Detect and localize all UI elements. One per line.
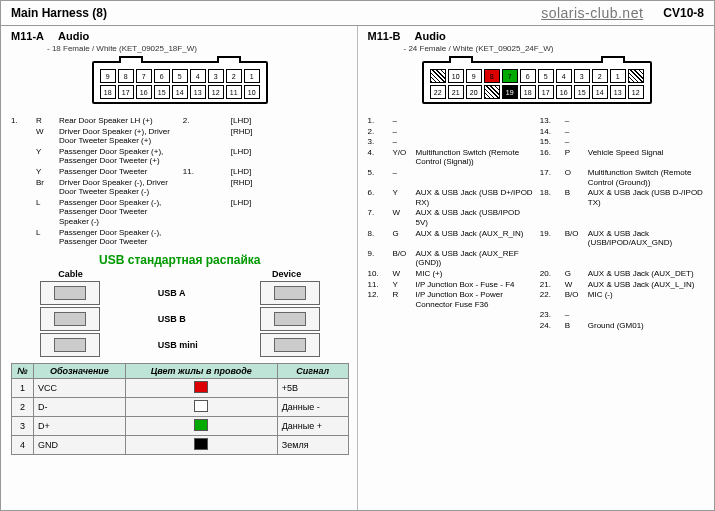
usb-col-device: Device: [272, 269, 301, 279]
connector-pin: 18: [520, 85, 536, 99]
usb-type-label: USB A: [158, 288, 202, 298]
usb-type-row: USB mini: [11, 333, 349, 357]
connector-pin: 15: [574, 85, 590, 99]
connector-pin: 2: [592, 69, 608, 83]
pin-list-left: 1.RRear Door Speaker LH (+)2.[LHD]WDrive…: [11, 116, 349, 247]
connector-pin: 8: [484, 69, 500, 83]
connector-pin: 9: [100, 69, 116, 83]
pin-entry: [368, 321, 534, 331]
usb-cable-icon: [40, 307, 100, 331]
usb-device-icon: [260, 307, 320, 331]
pin-entry: 17.OMultifunction Switch (Remote Control…: [540, 168, 706, 187]
pin-entry: WDriver Door Speaker (+), Driver Door Tw…: [11, 127, 177, 146]
usb-connector-table: Cable Device USB AUSB BUSB mini: [11, 269, 349, 359]
connector-pin: 10: [244, 85, 260, 99]
connector-diagram-right: 109876543212221201918171615141312: [368, 61, 707, 104]
connector-pin: 14: [592, 85, 608, 99]
connector-pin: 6: [154, 69, 170, 83]
pin-entry: [LHD]: [183, 198, 349, 227]
usb-pin-row: 2D-Данные -: [12, 397, 349, 416]
usb-type-row: USB B: [11, 307, 349, 331]
pin-entry: [540, 208, 706, 227]
connector-pin: 3: [574, 69, 590, 83]
usb-th-sig: Сигнал: [277, 363, 348, 378]
pin-entry: 6.YAUX & USB Jack (USB D+/IPOD RX): [368, 188, 534, 207]
pin-entry: 2.–: [368, 127, 534, 137]
pin-entry: LPassenger Door Speaker (-), Passenger D…: [11, 228, 177, 247]
usb-th-n: №: [12, 363, 34, 378]
header-site: solaris-club.net: [541, 5, 643, 21]
usb-th-name: Обозначение: [33, 363, 125, 378]
pin-entry: 10.WMIC (+): [368, 269, 534, 279]
connector-pin: 22: [430, 85, 446, 99]
header-title: Main Harness (8): [11, 6, 107, 20]
connector-pin: 16: [136, 85, 152, 99]
connector-pin: 3: [208, 69, 224, 83]
connector-subtitle: - 18 Female / White (KET_09025_18F_W): [47, 44, 349, 53]
pin-entry: 4.Y/OMultifunction Switch (Remote Contro…: [368, 148, 534, 167]
connector-pin: 21: [448, 85, 464, 99]
pin-entry: 5.–: [368, 168, 534, 187]
connector-pin: 1: [244, 69, 260, 83]
connector-pin: 9: [466, 69, 482, 83]
pin-entry: 23.–: [540, 310, 706, 320]
connector-pin: 12: [628, 85, 644, 99]
pin-entry: [RHD]: [183, 178, 349, 197]
usb-pin-row: 3D+Данные +: [12, 416, 349, 435]
pin-entry: [540, 249, 706, 268]
pin-entry: 16.PVehicle Speed Signal: [540, 148, 706, 167]
connector-pin: 18: [100, 85, 116, 99]
pin-entry: 13.–: [540, 116, 706, 126]
connector-pin: 19: [502, 85, 518, 99]
pin-entry: 15.–: [540, 137, 706, 147]
pin-entry: 21.WAUX & USB Jack (AUX_L_IN): [540, 280, 706, 290]
usb-pin-table: № Обозначение Цвет жилы в проводе Сигнал…: [11, 363, 349, 455]
pin-entry: [RHD]: [183, 127, 349, 146]
usb-type-label: USB B: [158, 314, 202, 324]
connector-pin: 15: [154, 85, 170, 99]
document-page: Main Harness (8) solaris-club.net CV10-8…: [0, 0, 715, 511]
connector-pin: 2: [226, 69, 242, 83]
pin-entry: 9.B/OAUX & USB Jack (AUX_REF (GND)): [368, 249, 534, 268]
pin-entry: 24.BGround (GM01): [540, 321, 706, 331]
usb-pin-row: 4GNDЗемля: [12, 435, 349, 454]
pin-entry: 3.–: [368, 137, 534, 147]
connector-pin: [484, 85, 500, 99]
connector-pin: 5: [538, 69, 554, 83]
usb-th-color: Цвет жилы в проводе: [125, 363, 277, 378]
connector-pin: 7: [502, 69, 518, 83]
pin-entry: 8.GAUX & USB Jack (AUX_R_IN): [368, 229, 534, 248]
connector-pin: 4: [556, 69, 572, 83]
connector-diagram-left: 987654321181716151413121110: [11, 61, 349, 104]
usb-cable-icon: [40, 281, 100, 305]
connector-name: Audio: [58, 30, 89, 42]
pin-entry: 7.WAUX & USB Jack (USB/IPOD 5V): [368, 208, 534, 227]
pin-entry: 1.–: [368, 116, 534, 126]
pin-entry: 12.RI/P Junction Box - Power Connector F…: [368, 290, 534, 309]
usb-device-icon: [260, 281, 320, 305]
pin-entry: 20.GAUX & USB Jack (AUX_DET): [540, 269, 706, 279]
connector-pin: 7: [136, 69, 152, 83]
connector-pin: 8: [118, 69, 134, 83]
usb-type-label: USB mini: [158, 340, 202, 350]
pin-entry: 1.RRear Door Speaker LH (+): [11, 116, 177, 126]
connector-pin: 16: [556, 85, 572, 99]
page-header: Main Harness (8) solaris-club.net CV10-8: [1, 1, 714, 26]
pin-entry: BrDriver Door Speaker (-), Driver Door T…: [11, 178, 177, 197]
usb-cable-icon: [40, 333, 100, 357]
pin-entry: [368, 310, 534, 320]
pin-entry: 19.B/OAUX & USB Jack (USB/IPOD/AUX_GND): [540, 229, 706, 248]
connector-pin: 5: [172, 69, 188, 83]
connector-pin: 6: [520, 69, 536, 83]
usb-type-row: USB A: [11, 281, 349, 305]
connector-pin: 13: [190, 85, 206, 99]
pin-entry: 11.YI/P Junction Box - Fuse - F4: [368, 280, 534, 290]
connector-id: M11-B: [368, 30, 401, 42]
pin-entry: [LHD]: [183, 147, 349, 166]
connector-subtitle: - 24 Female / White (KET_09025_24F_W): [404, 44, 707, 53]
pin-entry: YPassenger Door Speaker (+), Passenger D…: [11, 147, 177, 166]
pin-entry: 14.–: [540, 127, 706, 137]
right-column: M11-B Audio - 24 Female / White (KET_090…: [358, 26, 715, 510]
connector-pin: [430, 69, 446, 83]
pin-entry: 2.[LHD]: [183, 116, 349, 126]
